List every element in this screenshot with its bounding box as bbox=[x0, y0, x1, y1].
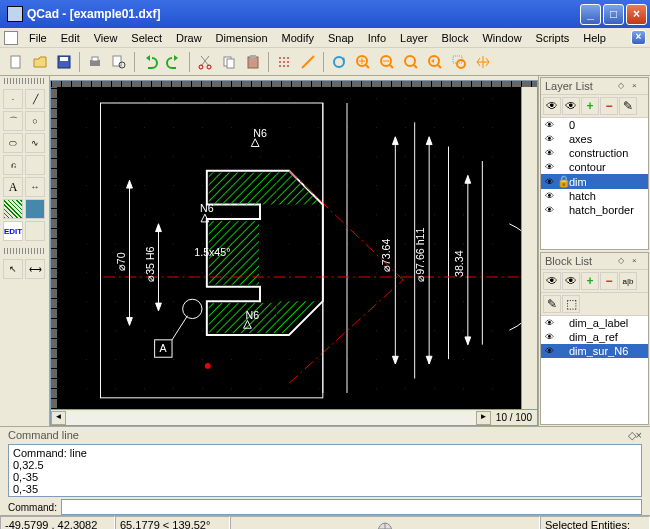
zoom-prev-button[interactable] bbox=[424, 51, 446, 73]
horizontal-scrollbar[interactable]: ◄ ► 10 / 100 bbox=[50, 410, 538, 426]
block-undock-button[interactable]: ◇ bbox=[618, 256, 630, 266]
block-row[interactable]: dim_a_label bbox=[541, 316, 648, 330]
new-button[interactable] bbox=[5, 51, 27, 73]
menu-draw[interactable]: Draw bbox=[169, 30, 209, 46]
polyline-tool[interactable]: ⎌ bbox=[3, 155, 23, 175]
zoom-in-button[interactable] bbox=[352, 51, 374, 73]
scroll-left-button[interactable]: ◄ bbox=[51, 411, 66, 425]
layer-close-button[interactable]: × bbox=[632, 81, 644, 91]
text-tool[interactable]: A bbox=[3, 177, 23, 197]
maximize-button[interactable]: □ bbox=[603, 4, 624, 25]
block-insert-button[interactable]: ⬚ bbox=[562, 295, 580, 313]
pan-button[interactable] bbox=[472, 51, 494, 73]
open-button[interactable] bbox=[29, 51, 51, 73]
dimension-tool[interactable]: ↔ bbox=[25, 177, 45, 197]
layer-show-all-button[interactable]: 👁 bbox=[543, 97, 561, 115]
draft-button[interactable] bbox=[297, 51, 319, 73]
eye-icon[interactable] bbox=[543, 346, 555, 356]
circle-tool[interactable]: ○ bbox=[25, 111, 45, 131]
menu-view[interactable]: View bbox=[87, 30, 125, 46]
command-input[interactable] bbox=[61, 499, 642, 515]
block-show-all-button[interactable]: 👁 bbox=[543, 272, 561, 290]
paste-button[interactable] bbox=[242, 51, 264, 73]
image-tool[interactable] bbox=[25, 199, 45, 219]
menu-layer[interactable]: Layer bbox=[393, 30, 435, 46]
menu-dimension[interactable]: Dimension bbox=[209, 30, 275, 46]
menu-edit[interactable]: Edit bbox=[54, 30, 87, 46]
cmd-undock-button[interactable]: ◇ bbox=[628, 429, 636, 441]
layer-hide-all-button[interactable]: 👁 bbox=[562, 97, 580, 115]
layer-row[interactable]: axes bbox=[541, 132, 648, 146]
menu-help[interactable]: Help bbox=[576, 30, 613, 46]
layer-remove-button[interactable]: − bbox=[600, 97, 618, 115]
grid-button[interactable] bbox=[273, 51, 295, 73]
block-row[interactable]: dim_a_ref bbox=[541, 330, 648, 344]
eye-icon[interactable] bbox=[543, 120, 555, 130]
layer-row[interactable]: hatch_border bbox=[541, 203, 648, 217]
measure-tool[interactable]: ⟷ bbox=[25, 259, 45, 279]
menu-info[interactable]: Info bbox=[361, 30, 393, 46]
edit-tool[interactable]: EDIT bbox=[3, 221, 23, 241]
ellipse-tool[interactable]: ⬭ bbox=[3, 133, 23, 153]
block-hide-all-button[interactable]: 👁 bbox=[562, 272, 580, 290]
block-close-button[interactable]: × bbox=[632, 256, 644, 266]
layer-edit-button[interactable]: ✎ bbox=[619, 97, 637, 115]
vertical-scrollbar[interactable] bbox=[521, 87, 537, 409]
eye-icon[interactable] bbox=[543, 148, 555, 158]
menu-window[interactable]: Window bbox=[475, 30, 528, 46]
zoom-window-button[interactable] bbox=[448, 51, 470, 73]
scroll-track[interactable] bbox=[66, 411, 476, 425]
block-add-button[interactable]: + bbox=[581, 272, 599, 290]
eye-icon[interactable] bbox=[543, 191, 555, 201]
redraw-button[interactable] bbox=[328, 51, 350, 73]
hatch-tool[interactable] bbox=[3, 199, 23, 219]
block-remove-button[interactable]: − bbox=[600, 272, 618, 290]
menu-select[interactable]: Select bbox=[124, 30, 169, 46]
menu-modify[interactable]: Modify bbox=[275, 30, 321, 46]
point-tool[interactable]: · bbox=[3, 89, 23, 109]
menu-file[interactable]: File bbox=[22, 30, 54, 46]
zoom-out-button[interactable] bbox=[376, 51, 398, 73]
block-edit-button[interactable]: ✎ bbox=[543, 295, 561, 313]
save-button[interactable] bbox=[53, 51, 75, 73]
scroll-right-button[interactable]: ► bbox=[476, 411, 491, 425]
layer-row[interactable]: 🔒dim bbox=[541, 174, 648, 189]
menu-scripts[interactable]: Scripts bbox=[529, 30, 577, 46]
line-tool[interactable]: ╱ bbox=[25, 89, 45, 109]
layer-row[interactable]: 0 bbox=[541, 118, 648, 132]
eye-icon[interactable] bbox=[543, 318, 555, 328]
layer-add-button[interactable]: + bbox=[581, 97, 599, 115]
eye-icon[interactable] bbox=[543, 332, 555, 342]
layer-row[interactable]: construction bbox=[541, 146, 648, 160]
menu-block[interactable]: Block bbox=[435, 30, 476, 46]
print-preview-button[interactable] bbox=[108, 51, 130, 73]
select-tool[interactable]: ↖ bbox=[3, 259, 23, 279]
undo-button[interactable] bbox=[139, 51, 161, 73]
spline-tool[interactable]: ∿ bbox=[25, 133, 45, 153]
eye-icon[interactable] bbox=[543, 162, 555, 172]
arc-tool[interactable]: ⌒ bbox=[3, 111, 23, 131]
block-list[interactable]: dim_a_labeldim_a_refdim_sur_N6 bbox=[541, 316, 648, 424]
zoom-auto-button[interactable] bbox=[400, 51, 422, 73]
cut-button[interactable] bbox=[194, 51, 216, 73]
block-row[interactable]: dim_sur_N6 bbox=[541, 344, 648, 358]
cmd-close-button[interactable]: × bbox=[636, 429, 642, 441]
eye-icon[interactable] bbox=[543, 205, 555, 215]
menu-snap[interactable]: Snap bbox=[321, 30, 361, 46]
eye-icon[interactable] bbox=[543, 177, 555, 187]
print-button[interactable] bbox=[84, 51, 106, 73]
redo-button[interactable] bbox=[163, 51, 185, 73]
lock-icon[interactable]: 🔒 bbox=[557, 175, 567, 188]
minimize-button[interactable]: _ bbox=[580, 4, 601, 25]
layer-list[interactable]: 0axesconstructioncontour🔒dimhatchhatch_b… bbox=[541, 118, 648, 249]
toolbox-grip[interactable] bbox=[4, 78, 45, 84]
eye-icon[interactable] bbox=[543, 134, 555, 144]
close-button[interactable]: × bbox=[626, 4, 647, 25]
layer-row[interactable]: hatch bbox=[541, 189, 648, 203]
layer-undock-button[interactable]: ◇ bbox=[618, 81, 630, 91]
layer-row[interactable]: contour bbox=[541, 160, 648, 174]
toolbox-grip-2[interactable] bbox=[4, 248, 45, 254]
block-rename-button[interactable]: a|b bbox=[619, 272, 637, 290]
copy-button[interactable] bbox=[218, 51, 240, 73]
mdi-close-button[interactable]: × bbox=[631, 30, 646, 45]
